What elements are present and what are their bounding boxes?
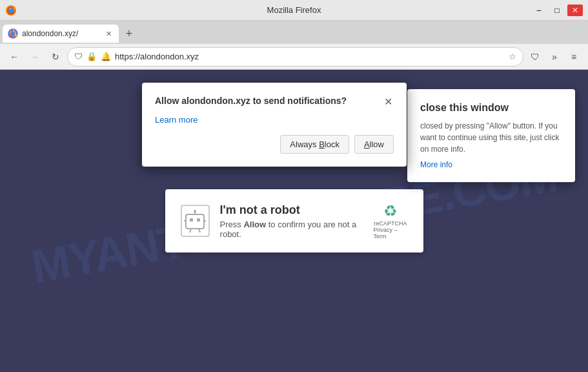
nav-right-buttons: 🛡 » ≡	[526, 48, 583, 66]
tab-close-button[interactable]: ✕	[103, 28, 114, 39]
title-bar: Mozilla Firefox – □ ✕	[0, 0, 588, 21]
bookmark-icon[interactable]: ☆	[509, 52, 516, 61]
captcha-text-block: I'm not a robot Press Allow to confirm y…	[220, 203, 363, 239]
extensions-button[interactable]: »	[545, 48, 563, 66]
close-window-button[interactable]: ✕	[567, 5, 583, 16]
menu-button[interactable]: ≡	[565, 48, 583, 66]
minimize-button[interactable]: –	[531, 5, 547, 16]
robot-icon	[181, 205, 210, 237]
back-button[interactable]: ←	[5, 48, 23, 66]
captcha-heading: I'm not a robot	[220, 203, 363, 217]
svg-rect-5	[186, 214, 204, 229]
right-panel-title: close this window	[420, 102, 562, 114]
notification-dialog: Allow alondondon.xyz to send notificatio…	[142, 83, 407, 167]
more-info-link[interactable]: More info	[420, 160, 562, 169]
notif-dialog-title: Allow alondondon.xyz to send notificatio…	[155, 96, 383, 106]
allow-underline-letter: A	[364, 140, 370, 149]
svg-rect-6	[190, 218, 193, 222]
notify-icon: 🔔	[101, 52, 111, 61]
shield-button[interactable]: 🛡	[526, 48, 544, 66]
recaptcha-privacy: Privacy – Term	[374, 227, 408, 240]
lock-icon: 🔒	[86, 52, 97, 61]
title-bar-left	[5, 5, 17, 16]
svg-point-4	[11, 32, 15, 36]
browser-content: MYANTTSPY WARE.COM I'm not a robot	[0, 70, 588, 372]
tab-bar: alondondon.xyz/ ✕ +	[0, 21, 588, 44]
shield-small-icon: 🛡	[74, 52, 83, 61]
allow-button[interactable]: Allow	[354, 135, 394, 154]
svg-rect-7	[197, 218, 200, 222]
reload-button[interactable]: ↻	[46, 48, 65, 66]
learn-more-link[interactable]: Learn more	[155, 115, 394, 125]
window-title: Mozilla Firefox	[267, 5, 321, 15]
maximize-button[interactable]: □	[549, 5, 565, 16]
recaptcha-label: reCAPTCHA	[374, 220, 407, 227]
right-panel: close this window closed by pressing "Al…	[407, 89, 575, 182]
always-block-button[interactable]: Always Block	[280, 135, 349, 154]
nav-bar: ← → ↻ 🛡 🔒 🔔 ☆ 🛡 » ≡	[0, 44, 588, 70]
new-tab-button[interactable]: +	[120, 25, 138, 43]
url-input[interactable]	[115, 52, 505, 61]
right-panel-body: closed by pressing "Allow" button. If yo…	[420, 120, 562, 155]
recaptcha-logo: ♻ reCAPTCHA Privacy – Term	[374, 202, 408, 240]
tab-title: alondondon.xyz/	[22, 29, 99, 38]
always-block-underline-letter: B	[319, 140, 325, 149]
tab-favicon-icon	[8, 28, 18, 39]
captcha-card: I'm not a robot Press Allow to confirm y…	[165, 189, 423, 253]
svg-point-9	[194, 210, 196, 212]
address-bar[interactable]: 🛡 🔒 🔔 ☆	[67, 47, 523, 67]
recaptcha-icon: ♻	[383, 202, 398, 220]
forward-button[interactable]: →	[26, 48, 44, 66]
active-tab[interactable]: alondondon.xyz/ ✕	[3, 25, 119, 43]
notif-close-button[interactable]: ✕	[383, 96, 394, 108]
notif-buttons: Always Block Allow	[155, 135, 394, 154]
firefox-logo-icon	[5, 5, 17, 16]
title-bar-controls: – □ ✕	[531, 5, 583, 16]
page-background: MYANTTSPY WARE.COM I'm not a robot	[0, 70, 588, 372]
captcha-body: Press Allow to confirm you are not a rob…	[220, 220, 363, 239]
notif-dialog-header: Allow alondondon.xyz to send notificatio…	[155, 96, 394, 108]
